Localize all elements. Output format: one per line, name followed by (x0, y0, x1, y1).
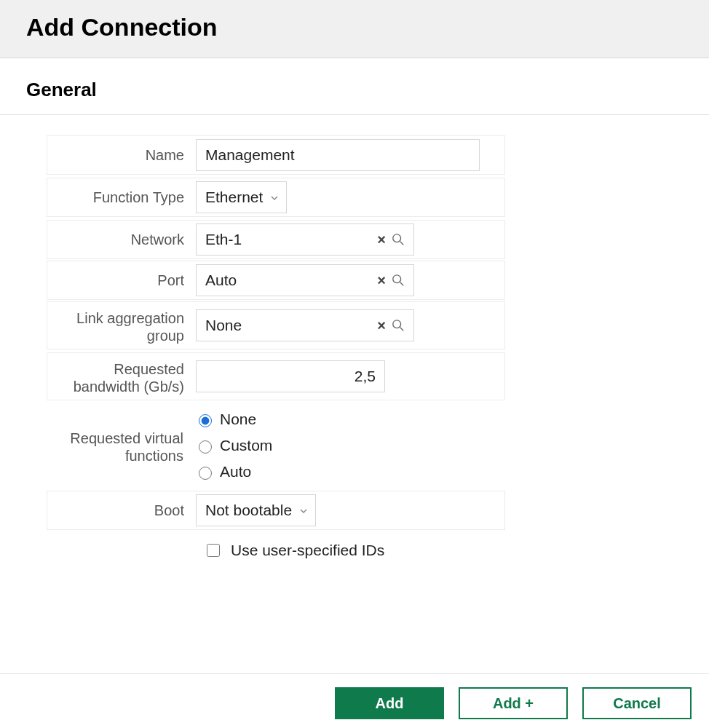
boot-select[interactable]: Not bootable (196, 494, 316, 526)
dialog-header: Add Connection (0, 0, 709, 58)
port-lookup[interactable]: Auto × (196, 264, 414, 296)
label-boot: Boot (47, 491, 193, 529)
bandwidth-input[interactable] (196, 360, 385, 392)
row-boot: Boot Not bootable (47, 491, 505, 530)
rvf-custom-label: Custom (220, 437, 272, 454)
add-plus-button[interactable]: Add + (459, 687, 568, 719)
svg-point-0 (393, 234, 401, 242)
label-port: Port (47, 261, 193, 299)
rvf-radio-custom-input[interactable] (199, 440, 212, 454)
lag-lookup[interactable]: None × (196, 309, 414, 341)
label-function-type: Function Type (47, 178, 193, 216)
function-type-value: Ethernet (205, 189, 263, 206)
rvf-radio-custom[interactable]: Custom (195, 437, 272, 454)
rvf-radio-auto-input[interactable] (199, 467, 212, 480)
svg-point-4 (393, 320, 401, 328)
name-input[interactable] (196, 139, 480, 171)
rvf-none-label: None (220, 411, 256, 428)
chevron-down-icon (299, 502, 308, 519)
clear-icon[interactable]: × (374, 232, 389, 248)
label-lag: Link aggregation group (47, 302, 193, 349)
section-general-title: General (0, 58, 709, 115)
add-button[interactable]: Add (335, 687, 444, 719)
user-ids-label: Use user-specified IDs (231, 542, 384, 559)
row-port: Port Auto × (47, 261, 505, 300)
rvf-auto-label: Auto (220, 463, 251, 480)
row-network: Network Eth-1 × (47, 220, 505, 259)
svg-line-5 (400, 328, 404, 331)
rvf-radio-auto[interactable]: Auto (195, 463, 272, 480)
boot-value: Not bootable (205, 502, 292, 519)
rvf-radio-none[interactable]: None (195, 411, 272, 428)
dialog-title: Add Connection (26, 13, 683, 41)
svg-line-3 (400, 282, 404, 286)
search-icon[interactable] (389, 233, 408, 246)
chevron-down-icon (270, 189, 279, 206)
row-user-ids: Use user-specified IDs (204, 542, 505, 559)
function-type-select[interactable]: Ethernet (196, 181, 287, 213)
network-value: Eth-1 (205, 231, 374, 248)
label-bandwidth: Requested bandwidth (Gb/s) (47, 353, 193, 400)
port-value: Auto (205, 272, 374, 289)
label-network: Network (47, 221, 193, 258)
row-name: Name (47, 135, 505, 175)
clear-icon[interactable]: × (374, 317, 389, 334)
cancel-button[interactable]: Cancel (582, 687, 692, 719)
dialog-footer: Add Add + Cancel (0, 673, 709, 728)
search-icon[interactable] (389, 319, 408, 332)
label-name: Name (47, 136, 193, 174)
label-rvf: Requested virtual functions (47, 422, 192, 469)
svg-line-1 (400, 242, 404, 245)
row-function-type: Function Type Ethernet (47, 178, 505, 217)
rvf-radio-none-input[interactable] (199, 414, 212, 427)
lag-value: None (205, 317, 374, 334)
row-rvf: Requested virtual functions None Custom … (47, 403, 505, 488)
user-ids-checkbox[interactable] (207, 544, 220, 557)
form-area: Name Function Type Ethernet Network Eth-… (0, 115, 709, 579)
row-lag: Link aggregation group None × (47, 301, 505, 349)
rvf-radio-group: None Custom Auto (195, 406, 272, 485)
clear-icon[interactable]: × (374, 272, 389, 289)
row-bandwidth: Requested bandwidth (Gb/s) (47, 352, 505, 400)
svg-point-2 (393, 275, 401, 283)
search-icon[interactable] (389, 274, 408, 287)
network-lookup[interactable]: Eth-1 × (196, 223, 414, 256)
